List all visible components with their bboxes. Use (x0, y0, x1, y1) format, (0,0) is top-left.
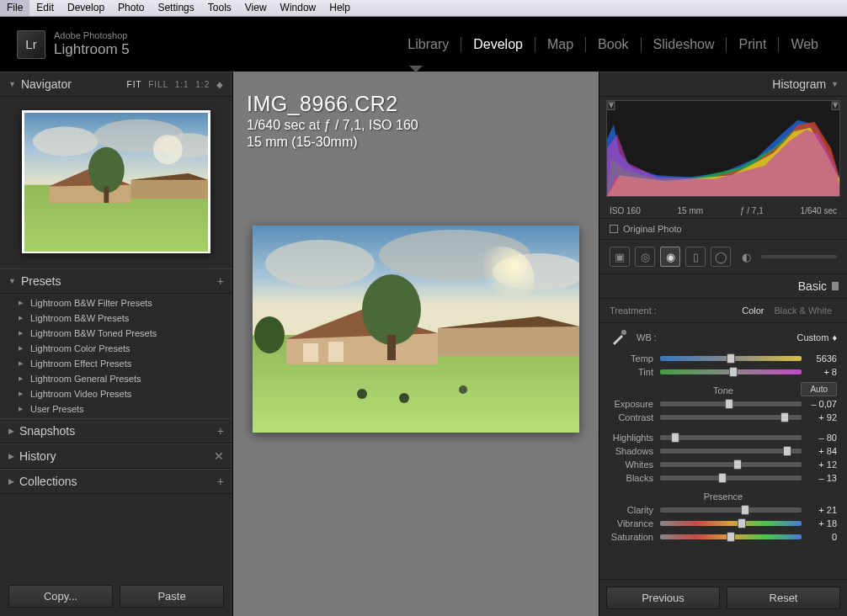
exposure-value: – 0,07 (802, 399, 837, 409)
wb-row: WB : Custom ♦ (599, 323, 847, 352)
snapshots-header[interactable]: ▶ Snapshots + (0, 418, 232, 443)
filmstrip-expand-icon[interactable] (409, 66, 423, 72)
highlights-label: Highlights (599, 433, 660, 443)
svg-point-29 (459, 385, 467, 394)
zoom-1-2[interactable]: 1:2 (195, 80, 210, 89)
wb-dropdown[interactable]: Custom ♦ (796, 332, 837, 343)
add-snapshot-icon[interactable]: + (217, 424, 224, 438)
tint-slider[interactable]: Tint + 8 (599, 365, 847, 379)
zoom-fill[interactable]: FILL (148, 80, 168, 89)
histo-shutter: 1/640 sec (801, 206, 837, 215)
presets-header[interactable]: ▼ Presets + (0, 268, 232, 294)
exposure-slider[interactable]: Exposure – 0,07 (599, 397, 847, 411)
menu-help[interactable]: Help (322, 0, 357, 16)
tool-strip: ▣ ◎ ◉ ▯ ◯ ◐ (599, 240, 847, 274)
whites-slider[interactable]: Whites + 12 (599, 458, 847, 471)
reset-button[interactable]: Reset (727, 587, 840, 609)
module-picker: Library Develop Map Book Slideshow Print… (396, 37, 830, 52)
brand-text: Adobe Photoshop (54, 30, 130, 41)
preset-folder[interactable]: Lightroom Color Presets (0, 341, 232, 356)
module-develop[interactable]: Develop (461, 37, 535, 52)
clarity-slider[interactable]: Clarity + 21 (599, 503, 847, 517)
menu-develop[interactable]: Develop (61, 0, 111, 16)
spot-tool-icon[interactable]: ◎ (635, 247, 655, 267)
saturation-slider[interactable]: Saturation 0 (599, 530, 847, 544)
left-panel: ▼ Navigator FIT FILL 1:1 1:2 ◆ (0, 72, 233, 616)
basic-panel: Treatment : Color Black & White WB : Cus… (599, 299, 847, 579)
temp-slider[interactable]: Temp 5636 (599, 352, 847, 365)
zoom-dropdown-icon[interactable]: ◆ (216, 80, 224, 89)
module-print[interactable]: Print (727, 37, 779, 52)
zoom-1-1[interactable]: 1:1 (175, 80, 189, 89)
module-web[interactable]: Web (779, 37, 830, 52)
file-lens: 15 mm (15-30mm) (247, 135, 418, 150)
gradient-tool-icon[interactable]: ▯ (685, 247, 706, 267)
tone-title: Tone (713, 385, 733, 396)
treatment-bw[interactable]: Black & White (770, 305, 837, 316)
vibrance-slider[interactable]: Vibrance + 18 (599, 517, 847, 530)
wb-picker-icon[interactable] (610, 328, 628, 347)
saturation-label: Saturation (599, 532, 660, 542)
collections-header[interactable]: ▶ Collections + (0, 469, 232, 494)
clarity-value: + 21 (802, 505, 837, 515)
histogram-header[interactable]: Histogram ▼ (599, 72, 847, 97)
paste-button[interactable]: Paste (120, 585, 224, 608)
vibrance-label: Vibrance (599, 518, 660, 528)
preset-folder[interactable]: Lightroom B&W Toned Presets (0, 326, 232, 341)
zoom-fit[interactable]: FIT (127, 80, 142, 89)
clarity-label: Clarity (599, 505, 660, 515)
expand-icon: ▶ (8, 427, 14, 435)
original-photo-row[interactable]: Original Photo (599, 219, 847, 240)
basic-header[interactable]: Basic (599, 274, 847, 299)
brush-tool-icon[interactable]: ◐ (736, 247, 756, 267)
navigator-title: Navigator (21, 77, 72, 91)
collections-title: Collections (19, 475, 77, 488)
shadows-slider[interactable]: Shadows + 84 (599, 444, 847, 458)
menu-settings[interactable]: Settings (151, 0, 200, 16)
svg-marker-35 (609, 103, 614, 109)
panel-switch-icon[interactable] (832, 282, 839, 290)
menu-view[interactable]: View (238, 0, 274, 16)
preset-folder[interactable]: User Presets (0, 401, 232, 417)
menu-tools[interactable]: Tools (201, 0, 238, 16)
shadows-value: + 84 (802, 446, 837, 456)
add-preset-icon[interactable]: + (217, 274, 224, 288)
treatment-color[interactable]: Color (737, 305, 769, 316)
crop-tool-icon[interactable]: ▣ (610, 247, 630, 267)
module-book[interactable]: Book (586, 37, 641, 52)
menu-file[interactable]: File (0, 0, 29, 16)
preset-folder[interactable]: Lightroom Effect Presets (0, 356, 232, 371)
copy-button[interactable]: Copy... (8, 585, 113, 608)
image-preview[interactable] (253, 226, 579, 433)
expand-icon: ▶ (8, 452, 14, 460)
history-header[interactable]: ▶ History ✕ (0, 443, 232, 469)
auto-tone-button[interactable]: Auto (801, 382, 837, 396)
highlights-slider[interactable]: Highlights – 80 (599, 431, 847, 444)
menu-photo[interactable]: Photo (111, 0, 151, 16)
blacks-slider[interactable]: Blacks – 13 (599, 471, 847, 485)
clear-history-icon[interactable]: ✕ (214, 449, 224, 463)
radial-tool-icon[interactable]: ◯ (711, 247, 731, 267)
navigator-header[interactable]: ▼ Navigator FIT FILL 1:1 1:2 ◆ (0, 72, 232, 97)
module-slideshow[interactable]: Slideshow (642, 37, 727, 52)
add-collection-icon[interactable]: + (217, 475, 224, 488)
module-map[interactable]: Map (535, 37, 586, 52)
navigator-thumbnail[interactable] (0, 97, 232, 268)
menu-edit[interactable]: Edit (29, 0, 61, 16)
preset-folder[interactable]: Lightroom B&W Presets (0, 311, 232, 326)
histogram-chart[interactable] (606, 100, 840, 197)
menu-window[interactable]: Window (274, 0, 323, 16)
os-menubar: File Edit Develop Photo Settings Tools V… (0, 0, 847, 17)
preset-folder[interactable]: Lightroom General Presets (0, 371, 232, 386)
contrast-slider[interactable]: Contrast + 92 (599, 411, 847, 424)
preset-folder[interactable]: Lightroom Video Presets (0, 386, 232, 401)
right-panel: Histogram ▼ ISO 160 15 mm ƒ / 7,1 1/640 … (599, 72, 847, 616)
module-library[interactable]: Library (396, 37, 461, 52)
redeye-tool-icon[interactable]: ◉ (660, 247, 680, 267)
preset-folder[interactable]: Lightroom B&W Filter Presets (0, 295, 232, 311)
previous-button[interactable]: Previous (606, 587, 720, 609)
brush-slider[interactable] (761, 255, 837, 258)
basic-title: Basic (798, 279, 827, 293)
original-photo-checkbox[interactable] (610, 225, 618, 233)
whites-label: Whites (599, 459, 660, 470)
